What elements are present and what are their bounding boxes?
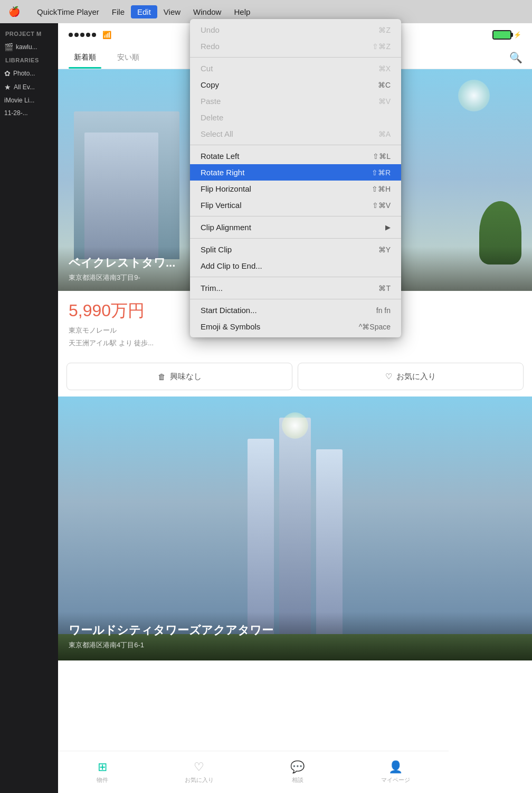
bottom-nav-listings[interactable]: ⊞ 物件 bbox=[97, 760, 108, 784]
sidebar: PROJECT M 🎬 kawlu... LIBRARIES ✿ Photo..… bbox=[0, 23, 58, 793]
selectall-shortcut: ⌘A bbox=[378, 130, 391, 138]
mypage-label: マイページ bbox=[381, 776, 410, 784]
clip-alignment-label: Clip Alignment bbox=[201, 223, 251, 232]
menu-item-copy[interactable]: Copy ⌘C bbox=[190, 77, 401, 93]
chat-label: 相談 bbox=[292, 776, 303, 784]
edit-dropdown-menu[interactable]: Undo ⌘Z Redo ⇧⌘Z Cut ⌘X Copy ⌘C bbox=[190, 19, 401, 337]
wifi-icon: 📶 bbox=[102, 31, 111, 39]
paste-shortcut: ⌘V bbox=[378, 97, 391, 106]
person-icon: 👤 bbox=[388, 760, 403, 774]
sidebar-item-allevents[interactable]: ★ All Ev... bbox=[0, 80, 58, 94]
star-icon: ★ bbox=[4, 83, 11, 91]
flip-vertical-label: Flip Vertical bbox=[201, 201, 242, 210]
bottom-nav-favorites[interactable]: ♡ お気に入り bbox=[185, 760, 214, 784]
menu-item-rotate-left[interactable]: Rotate Left ⇧⌘L bbox=[190, 148, 401, 164]
trim-shortcut: ⌘T bbox=[378, 284, 391, 292]
flip-vertical-shortcut: ⇧⌘V bbox=[372, 201, 391, 210]
sidebar-section-libraries: LIBRARIES bbox=[0, 54, 58, 67]
redo-label: Redo bbox=[201, 42, 220, 51]
signal-dot-3 bbox=[80, 33, 84, 37]
rotate-right-shortcut: ⇧⌘R bbox=[372, 168, 391, 177]
menu-section-clipboard: Cut ⌘X Copy ⌘C Paste ⌘V Delete Select Al… bbox=[190, 58, 401, 145]
bottom-nav: ⊞ 物件 ♡ お気に入り 💬 相談 👤 マイページ bbox=[58, 751, 449, 793]
listings-icon: ⊞ bbox=[98, 760, 107, 774]
redo-shortcut: ⇧⌘Z bbox=[372, 42, 391, 51]
dictation-label: Start Dictation... bbox=[201, 306, 257, 315]
paste-label: Paste bbox=[201, 97, 221, 106]
menu-item-clip-alignment[interactable]: Clip Alignment ▶ bbox=[190, 219, 401, 235]
menu-item-flip-vertical[interactable]: Flip Vertical ⇧⌘V bbox=[190, 197, 401, 213]
heart-icon: ♡ bbox=[385, 372, 392, 381]
sidebar-imovie-label: iMovie Li... bbox=[4, 97, 34, 104]
menu-item-dictation[interactable]: Start Dictation... fn fn bbox=[190, 302, 401, 318]
menubar-view[interactable]: View bbox=[157, 5, 187, 18]
signal-dot-1 bbox=[69, 33, 73, 37]
signal-dot-2 bbox=[74, 33, 79, 37]
signal-dot-4 bbox=[86, 33, 90, 37]
bottom-nav-chat[interactable]: 💬 相談 bbox=[290, 760, 305, 784]
signal-indicator bbox=[69, 33, 96, 37]
menubar-edit[interactable]: Edit bbox=[131, 5, 157, 18]
flip-horizontal-label: Flip Horizontal bbox=[201, 184, 251, 193]
menubar-help[interactable]: Help bbox=[227, 5, 256, 18]
menu-item-paste[interactable]: Paste ⌘V bbox=[190, 93, 401, 109]
emoji-label: Emoji & Symbols bbox=[201, 322, 260, 331]
menu-item-selectall[interactable]: Select All ⌘A bbox=[190, 126, 401, 142]
menu-item-flip-horizontal[interactable]: Flip Horizontal ⇧⌘H bbox=[190, 181, 401, 197]
rotate-left-shortcut: ⇧⌘L bbox=[373, 152, 391, 161]
split-clip-shortcut: ⌘Y bbox=[378, 246, 391, 254]
favorite-label: お気に入り bbox=[396, 372, 436, 382]
sidebar-date-label: 11-28-... bbox=[4, 109, 28, 117]
trim-label: Trim... bbox=[201, 284, 223, 292]
copy-shortcut: ⌘C bbox=[378, 81, 391, 89]
flip-horizontal-shortcut: ⇧⌘H bbox=[372, 185, 391, 193]
sidebar-section-project: PROJECT M bbox=[0, 27, 58, 40]
cut-label: Cut bbox=[201, 64, 213, 73]
menu-item-rotate-right[interactable]: Rotate Right ⇧⌘R bbox=[190, 164, 401, 181]
menu-section-clips: Split Clip ⌘Y Add Clip to End... bbox=[190, 239, 401, 277]
station-distance: 天王洲アイル駅 より 徒歩... bbox=[69, 338, 521, 348]
building-address-2: 東京都港区港南4丁目6-1 bbox=[69, 640, 521, 650]
tab-cheap-order[interactable]: 安い順 bbox=[107, 46, 150, 69]
undo-shortcut: ⌘Z bbox=[378, 26, 391, 34]
trash-icon: 🗑 bbox=[158, 372, 166, 381]
sidebar-item-project[interactable]: 🎬 kawlu... bbox=[0, 40, 58, 54]
split-clip-label: Split Clip bbox=[201, 245, 232, 254]
menu-item-cut[interactable]: Cut ⌘X bbox=[190, 60, 401, 77]
menu-item-split-clip[interactable]: Split Clip ⌘Y bbox=[190, 241, 401, 258]
favorites-label: お気に入り bbox=[185, 776, 214, 784]
battery-bolt-icon: ⚡ bbox=[514, 31, 521, 39]
menubar-window[interactable]: Window bbox=[187, 5, 227, 18]
menu-item-undo[interactable]: Undo ⌘Z bbox=[190, 22, 401, 38]
tab-new-order[interactable]: 新着順 bbox=[63, 46, 107, 69]
menubar-app-name[interactable]: QuickTime Player bbox=[31, 5, 106, 18]
clapperboard-icon: 🎬 bbox=[4, 43, 13, 51]
building-card-2: ワールドシティタワーズアクアタワー 東京都港区港南4丁目6-1 bbox=[58, 397, 532, 660]
copy-label: Copy bbox=[201, 80, 219, 89]
sidebar-item-photos[interactable]: ✿ Photo... bbox=[0, 67, 58, 80]
sidebar-project-name: kawlu... bbox=[16, 43, 37, 51]
flower-icon: ✿ bbox=[4, 69, 11, 78]
menu-section-system: Start Dictation... fn fn Emoji & Symbols… bbox=[190, 299, 401, 337]
sidebar-photos-label: Photo... bbox=[13, 70, 35, 77]
menu-item-trim[interactable]: Trim... ⌘T bbox=[190, 280, 401, 296]
sidebar-allevents-label: All Ev... bbox=[14, 83, 35, 91]
sidebar-item-imovie[interactable]: iMovie Li... bbox=[0, 94, 58, 107]
dislike-button[interactable]: 🗑 興味なし bbox=[66, 363, 292, 390]
chat-icon: 💬 bbox=[290, 760, 305, 774]
favorite-button[interactable]: ♡ お気に入り bbox=[298, 363, 524, 390]
heart-nav-icon: ♡ bbox=[194, 760, 204, 774]
building-overlay-2: ワールドシティタワーズアクアタワー 東京都港区港南4丁目6-1 bbox=[58, 612, 532, 660]
menu-item-add-clip[interactable]: Add Clip to End... bbox=[190, 258, 401, 274]
bottom-nav-mypage[interactable]: 👤 マイページ bbox=[381, 760, 410, 784]
apple-menu-icon[interactable]: 🍎 bbox=[8, 6, 20, 17]
menu-item-emoji[interactable]: Emoji & Symbols ^⌘Space bbox=[190, 318, 401, 335]
menu-item-delete[interactable]: Delete bbox=[190, 109, 401, 126]
menubar-file[interactable]: File bbox=[106, 5, 131, 18]
cut-shortcut: ⌘X bbox=[378, 64, 391, 73]
signal-dot-5 bbox=[92, 33, 96, 37]
dislike-label: 興味なし bbox=[170, 372, 202, 382]
menu-item-redo[interactable]: Redo ⇧⌘Z bbox=[190, 38, 401, 54]
sidebar-item-date[interactable]: 11-28-... bbox=[0, 107, 58, 119]
search-icon[interactable]: 🔍 bbox=[509, 51, 522, 64]
